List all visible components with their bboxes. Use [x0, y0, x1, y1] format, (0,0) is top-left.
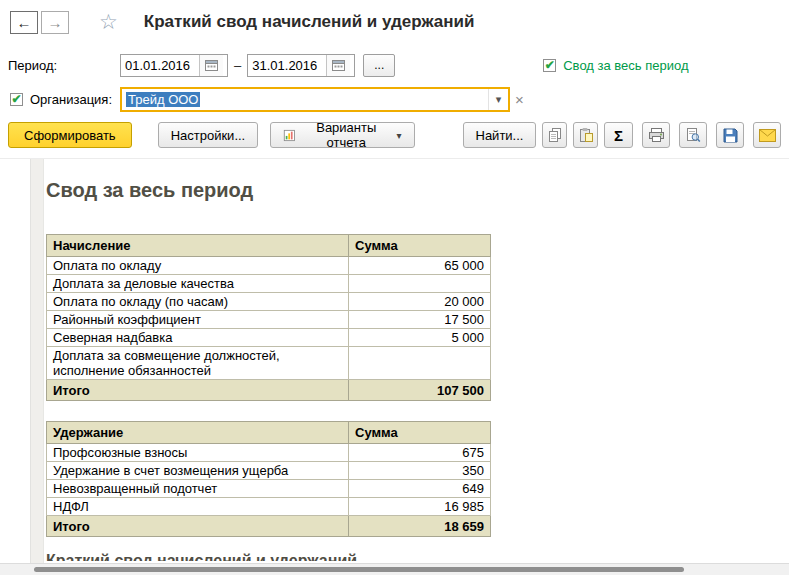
paste-icon [578, 127, 594, 143]
whole-period-checkbox-group[interactable]: ✔ Свод за весь период [543, 58, 688, 73]
printer-icon [648, 127, 665, 143]
organization-value[interactable]: Трейд ООО [122, 92, 488, 107]
cell-sum: 649 [349, 480, 491, 498]
whole-period-checkbox[interactable]: ✔ [543, 59, 556, 72]
paste-result-button[interactable] [573, 122, 598, 148]
print-button[interactable] [642, 122, 670, 148]
report-left-margin [0, 159, 30, 563]
period-choose-button[interactable]: ... [363, 54, 395, 77]
accruals-header: Начисление [47, 235, 349, 257]
cell-name: Оплата по окладу [47, 257, 349, 275]
report-body: Свод за весь период Начисление Сумма Опл… [44, 159, 789, 563]
date-from-input[interactable] [121, 58, 199, 73]
table-row: Районный коэффициент 17 500 [47, 311, 491, 329]
sum-header: Сумма [349, 422, 491, 444]
date-range-dash: – [234, 58, 241, 73]
next-section-heading-clipped: Краткий свод начислений и удержаний [46, 552, 506, 561]
organization-label[interactable]: Организация: [30, 92, 112, 107]
cell-name: НДФЛ [47, 498, 349, 516]
table-header-row: Начисление Сумма [47, 235, 491, 257]
cell-sum: 350 [349, 462, 491, 480]
forward-button[interactable]: → [41, 11, 69, 34]
calendar-icon [205, 59, 218, 71]
cell-name: Профсоюзные взносы [47, 444, 349, 462]
chevron-down-icon: ▾ [396, 130, 401, 141]
organization-field[interactable]: Трейд ООО ▾ [120, 87, 510, 112]
report-document: Свод за весь период Начисление Сумма Опл… [0, 158, 789, 563]
organization-label-col: ✔ Организация: [8, 92, 120, 107]
print-preview-button[interactable] [679, 122, 707, 148]
total-label: Итого [47, 380, 349, 401]
whole-period-label[interactable]: Свод за весь период [563, 58, 688, 73]
table-row: Удержание в счет возмещения ущерба 350 [47, 462, 491, 480]
generate-button[interactable]: Сформировать [8, 122, 132, 148]
checkmark-icon: ✔ [545, 59, 555, 71]
table-row: Оплата по окладу (по часам) 20 000 [47, 293, 491, 311]
cell-name: Северная надбавка [47, 329, 349, 347]
deductions-header: Удержание [47, 422, 349, 444]
cell-sum: 16 985 [349, 498, 491, 516]
organization-checkbox[interactable]: ✔ [10, 93, 23, 106]
date-from-field [120, 54, 228, 77]
cell-sum: 17 500 [349, 311, 491, 329]
cell-name: Районный коэффициент [47, 311, 349, 329]
favorite-star-icon[interactable]: ☆ [99, 10, 118, 34]
print-preview-icon [685, 127, 701, 143]
cell-sum: 5 000 [349, 329, 491, 347]
copy-icon [547, 127, 563, 143]
checkmark-icon: ✔ [11, 93, 21, 105]
cell-sum: 675 [349, 444, 491, 462]
email-button[interactable] [753, 122, 781, 148]
table-row: Северная надбавка 5 000 [47, 329, 491, 347]
table-row: Профсоюзные взносы 675 [47, 444, 491, 462]
date-to-calendar-button[interactable] [326, 55, 350, 76]
back-button[interactable]: ← [10, 11, 38, 34]
horizontal-scrollbar[interactable] [0, 563, 789, 575]
table-row: Доплата за деловые качества [47, 275, 491, 293]
total-value: 18 659 [349, 516, 491, 537]
save-icon [723, 128, 738, 143]
cell-name: Невозвращенный подотчет [47, 480, 349, 498]
email-icon [759, 129, 776, 142]
calendar-icon [332, 59, 345, 71]
date-to-input[interactable] [248, 58, 326, 73]
cell-sum: 65 000 [349, 257, 491, 275]
total-label: Итого [47, 516, 349, 537]
table-row: НДФЛ 16 985 [47, 498, 491, 516]
report-variants-button[interactable]: Варианты отчета ▾ [270, 122, 414, 148]
table-row: Оплата по окладу 65 000 [47, 257, 491, 275]
total-value: 107 500 [349, 380, 491, 401]
organization-selected-text: Трейд ООО [126, 92, 200, 107]
copy-result-button[interactable] [542, 122, 567, 148]
report-window: ← → ☆ Краткий свод начислений и удержани… [0, 0, 789, 575]
table-header-row: Удержание Сумма [47, 422, 491, 444]
report-gutter [30, 159, 44, 563]
period-row: Период: – [8, 50, 781, 80]
cell-name: Доплата за деловые качества [47, 275, 349, 293]
cell-name: Доплата за совмещение должностей, исполн… [47, 347, 349, 380]
sigma-icon: Σ [614, 127, 623, 144]
page-title: Краткий свод начислений и удержаний [144, 12, 475, 32]
cell-name: Оплата по окладу (по часам) [47, 293, 349, 311]
table-row: Невозвращенный подотчет 649 [47, 480, 491, 498]
report-section-title: Свод за весь период [46, 179, 789, 202]
organization-clear-button[interactable]: × [515, 91, 524, 108]
sum-button[interactable]: Σ [604, 122, 633, 148]
deductions-total-row: Итого 18 659 [47, 516, 491, 537]
save-button[interactable] [716, 122, 744, 148]
find-button[interactable]: Найти... [463, 122, 537, 148]
report-variant-icon [283, 128, 296, 143]
organization-row: ✔ Организация: Трейд ООО ▾ × [8, 84, 781, 114]
horizontal-scrollbar-thumb[interactable] [34, 567, 684, 572]
date-from-calendar-button[interactable] [199, 55, 223, 76]
organization-dropdown-button[interactable]: ▾ [488, 89, 508, 110]
date-to-field [247, 54, 355, 77]
accruals-table: Начисление Сумма Оплата по окладу 65 000… [46, 234, 491, 401]
cell-sum [349, 275, 491, 293]
settings-button[interactable]: Настройки... [158, 122, 259, 148]
sum-header: Сумма [349, 235, 491, 257]
deductions-table: Удержание Сумма Профсоюзные взносы 675 У… [46, 421, 491, 537]
cell-sum: 20 000 [349, 293, 491, 311]
cell-sum [349, 347, 491, 380]
top-bar: ← → ☆ Краткий свод начислений и удержани… [0, 0, 789, 44]
